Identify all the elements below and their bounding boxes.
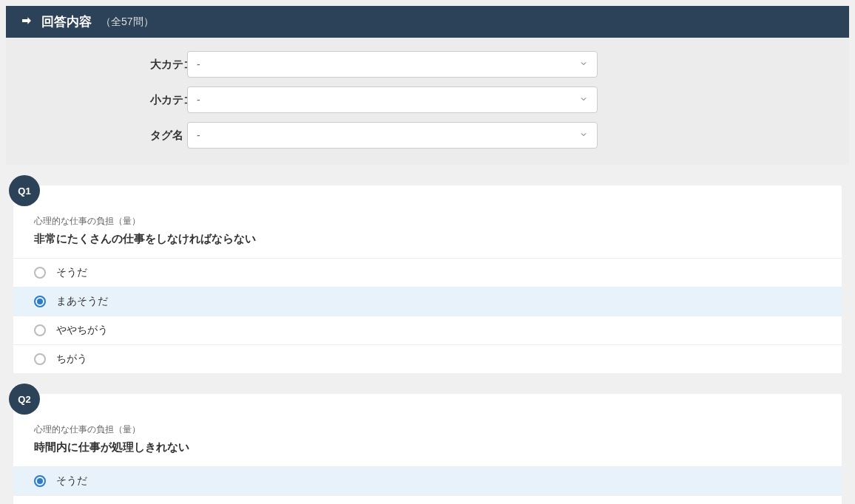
- question-badge: Q2: [9, 384, 40, 415]
- small-category-select[interactable]: -: [187, 86, 598, 113]
- question-text: 非常にたくさんの仕事をしなければならない: [34, 232, 821, 246]
- option-label: そうだ: [56, 266, 87, 279]
- question-head: 心理的な仕事の負担（量） 非常にたくさんの仕事をしなければならない: [13, 185, 842, 258]
- select-value: -: [197, 94, 200, 106]
- radio-icon: [34, 267, 46, 279]
- chevron-down-icon: [579, 129, 588, 141]
- option-label: ややちがう: [56, 324, 108, 337]
- chevron-down-icon: [579, 58, 588, 70]
- question-card: Q1 心理的な仕事の負担（量） 非常にたくさんの仕事をしなければならない そうだ…: [13, 185, 842, 373]
- tag-select[interactable]: -: [187, 122, 598, 149]
- question-category: 心理的な仕事の負担（量）: [34, 423, 821, 436]
- filter-label: 小カテゴリ名: [21, 93, 169, 107]
- option-label: そうだ: [56, 474, 87, 488]
- question-text: 時間内に仕事が処理しきれない: [34, 440, 821, 454]
- answer-option[interactable]: そうだ: [13, 466, 842, 495]
- filter-row-tag: タグ名 -: [21, 122, 834, 149]
- option-label: まあそうだ: [56, 295, 108, 308]
- answer-option[interactable]: まあそうだ: [13, 287, 842, 316]
- large-category-select[interactable]: -: [187, 51, 598, 78]
- question-category: 心理的な仕事の負担（量）: [34, 215, 821, 228]
- filter-panel: 大カテゴリ名 - 小カテゴリ名 - タグ名 -: [6, 38, 849, 165]
- select-value: -: [197, 129, 200, 141]
- question-head: 心理的な仕事の負担（量） 時間内に仕事が処理しきれない: [13, 394, 842, 466]
- answer-option[interactable]: ちがう: [13, 344, 842, 373]
- share-icon: [21, 15, 33, 29]
- question-card: Q2 心理的な仕事の負担（量） 時間内に仕事が処理しきれない そうだ まあそうだ: [13, 394, 842, 504]
- radio-icon: [34, 353, 46, 365]
- radio-icon: [34, 324, 46, 336]
- filter-label: 大カテゴリ名: [21, 58, 169, 72]
- header-title: 回答内容: [41, 13, 92, 30]
- chevron-down-icon: [579, 94, 588, 106]
- option-label: ちがう: [56, 353, 87, 366]
- header-subtitle: （全57問）: [101, 16, 154, 29]
- question-badge: Q1: [9, 175, 40, 206]
- filter-row-large-category: 大カテゴリ名 -: [21, 51, 834, 78]
- answer-option[interactable]: ややちがう: [13, 316, 842, 344]
- radio-icon: [34, 475, 46, 487]
- radio-icon: [34, 296, 46, 307]
- filter-label: タグ名: [21, 129, 169, 143]
- filter-row-small-category: 小カテゴリ名 -: [21, 86, 834, 113]
- select-value: -: [197, 58, 200, 70]
- answer-option[interactable]: まあそうだ: [13, 495, 842, 504]
- section-header: 回答内容 （全57問）: [6, 6, 849, 38]
- answer-option[interactable]: そうだ: [13, 258, 842, 287]
